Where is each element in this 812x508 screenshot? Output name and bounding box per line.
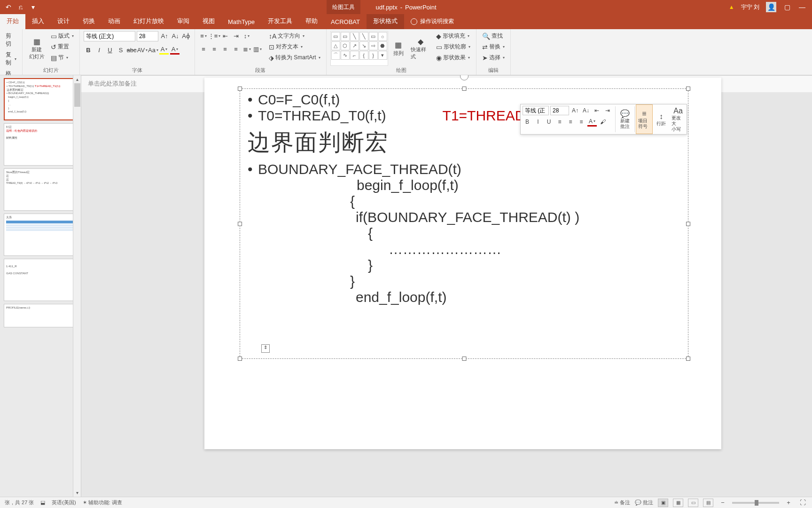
- language-status[interactable]: 英语(美国): [52, 499, 76, 506]
- reading-view-icon[interactable]: ▭: [688, 499, 698, 507]
- mini-underline-button[interactable]: U: [544, 117, 554, 127]
- layout-button[interactable]: ▭版式▾: [49, 31, 76, 41]
- font-size-select[interactable]: [137, 31, 158, 41]
- mini-bold-button[interactable]: B: [523, 117, 532, 127]
- mini-new-comment-button[interactable]: 💬新建 批注: [617, 104, 633, 134]
- shapes-gallery[interactable]: ▭▭╲╲▭○ △⬡↗↘⇨⬣ ⌒∿⌐{}▾: [330, 31, 388, 66]
- italic-button[interactable]: I: [94, 45, 104, 55]
- shape-fill-button[interactable]: ◆形状填充▾: [434, 31, 472, 41]
- tab-help[interactable]: 帮助: [299, 13, 324, 29]
- slide-thumb[interactable]: PROFILE(name,t,i): [4, 304, 77, 327]
- line-spacing-button[interactable]: ↕▾: [242, 31, 251, 40]
- align-center-button[interactable]: ≡: [210, 44, 219, 54]
- section-button[interactable]: ▤节▾: [49, 53, 76, 63]
- zoom-slider[interactable]: [732, 502, 779, 504]
- minimize-icon[interactable]: —: [798, 3, 806, 11]
- select-button[interactable]: ➤选择▾: [480, 53, 507, 63]
- slideshow-view-icon[interactable]: ▤: [703, 499, 713, 507]
- mini-change-case-button[interactable]: Aa更改大 小写: [670, 104, 687, 134]
- mini-align-right-button[interactable]: ≡: [577, 117, 586, 127]
- zoom-in-icon[interactable]: +: [784, 498, 793, 508]
- comments-toggle[interactable]: 💬 批注: [635, 499, 653, 506]
- change-case-button[interactable]: Aa▾: [148, 45, 158, 55]
- slide-thumb[interactable]: Slow面的Thread宏宏宏THREAD_T0(tf) → t0*n0 → t…: [4, 168, 77, 211]
- tab-developer[interactable]: 开发工具: [261, 13, 299, 29]
- columns-button[interactable]: ▥▾: [253, 44, 262, 54]
- decrease-font-icon[interactable]: A↓: [171, 31, 180, 40]
- mini-align-center-button[interactable]: ≡: [566, 117, 575, 127]
- notes-toggle[interactable]: ≐ 备注: [614, 499, 630, 506]
- highlight-button[interactable]: A▾: [159, 45, 169, 55]
- arrange-button[interactable]: ▦ 排列: [390, 31, 407, 66]
- slide-thumb[interactable]: 关系: [4, 214, 77, 256]
- copy-button[interactable]: 复制▾: [4, 50, 18, 68]
- align-right-button[interactable]: ≡: [220, 44, 230, 54]
- underline-button[interactable]: U: [105, 45, 115, 55]
- mini-decrease-indent-icon[interactable]: ⇤: [592, 106, 601, 115]
- content-placeholder[interactable]: ⇕ •C0=F_C0(f,t) •T0=THREAD_T0(f,t)T1=THR…: [240, 88, 688, 359]
- align-text-button[interactable]: ⊡对齐文本▾: [267, 42, 322, 52]
- quick-styles-button[interactable]: ◆ 快速样式: [409, 31, 432, 66]
- tab-slideshow[interactable]: 幻灯片放映: [127, 13, 171, 29]
- accessibility-status[interactable]: ✶ 辅助功能: 调查: [83, 499, 122, 506]
- resize-handle[interactable]: [686, 222, 690, 226]
- shape-outline-button[interactable]: ▭形状轮廓▾: [434, 42, 472, 52]
- mini-format-painter-icon[interactable]: 🖌: [598, 117, 608, 127]
- resize-handle[interactable]: [686, 87, 690, 91]
- undo-icon[interactable]: ↶: [5, 3, 12, 11]
- shape-effects-button[interactable]: ◉形状效果▾: [434, 53, 472, 63]
- mini-increase-indent-icon[interactable]: ⇥: [603, 106, 612, 115]
- cut-button[interactable]: 剪切: [4, 31, 18, 49]
- justify-button[interactable]: ≡: [231, 44, 241, 54]
- font-color-button[interactable]: A▾: [170, 45, 180, 55]
- resize-handle[interactable]: [238, 357, 242, 361]
- mini-bullets-button[interactable]: ≡项目符号: [636, 104, 653, 134]
- autofit-icon[interactable]: ⇕: [261, 344, 270, 353]
- tab-mathtype[interactable]: MathType: [221, 15, 261, 29]
- tab-insert[interactable]: 插入: [25, 13, 51, 29]
- tell-me-search[interactable]: 操作说明搜索: [404, 14, 461, 29]
- mini-font-color-button[interactable]: A▾: [587, 117, 597, 127]
- mini-decrease-font-icon[interactable]: A↓: [581, 106, 591, 115]
- numbering-button[interactable]: ⋮≡▾: [210, 31, 219, 40]
- tab-acrobat[interactable]: ACROBAT: [324, 15, 367, 29]
- resize-handle[interactable]: [462, 87, 466, 91]
- slide-thumb[interactable]: 1.411_R GAS CONSTANT: [4, 259, 77, 301]
- ribbon-display-icon[interactable]: ▢: [783, 3, 791, 11]
- decrease-indent-button[interactable]: ⇤: [220, 31, 230, 40]
- tab-design[interactable]: 设计: [51, 13, 76, 29]
- user-avatar-icon[interactable]: 👤: [766, 2, 776, 12]
- sorter-view-icon[interactable]: ▦: [673, 499, 683, 507]
- resize-handle[interactable]: [238, 222, 242, 226]
- zoom-out-icon[interactable]: −: [718, 498, 727, 508]
- clear-formatting-icon[interactable]: Aϕ: [181, 31, 191, 40]
- mini-spacing-button[interactable]: ↕行距: [653, 104, 670, 134]
- font-name-select[interactable]: [84, 31, 135, 41]
- mini-increase-font-icon[interactable]: A↑: [570, 106, 580, 115]
- rotate-handle-icon[interactable]: [460, 75, 468, 80]
- find-button[interactable]: 🔍查找: [480, 31, 507, 41]
- normal-view-icon[interactable]: ▣: [658, 499, 668, 507]
- scroll-thumb[interactable]: [74, 83, 80, 107]
- qat-customize-icon[interactable]: ▾: [29, 3, 37, 11]
- reset-button[interactable]: ↺重置: [49, 42, 76, 52]
- tab-transitions[interactable]: 切换: [76, 13, 102, 29]
- mini-align-left-button[interactable]: ≡: [555, 117, 564, 127]
- tab-shape-format[interactable]: 形状格式: [367, 13, 404, 29]
- slide-thumb[interactable]: 针宏说明：红色内容是错误的 材料属性: [4, 123, 77, 166]
- fit-to-window-icon[interactable]: ⛶: [798, 498, 807, 508]
- redo-icon[interactable]: ⎌: [17, 3, 24, 11]
- spellcheck-icon[interactable]: ⬓: [40, 500, 45, 506]
- thumbnail-scrollbar[interactable]: ▴ ▾: [73, 75, 81, 497]
- slide-count[interactable]: 张，共 27 张: [5, 499, 34, 506]
- distribute-button[interactable]: ≣▾: [242, 44, 251, 54]
- mini-italic-button[interactable]: I: [533, 117, 543, 127]
- bold-button[interactable]: B: [84, 45, 93, 55]
- tab-review[interactable]: 审阅: [171, 13, 196, 29]
- new-slide-button[interactable]: ▦ 新建 幻灯片: [26, 31, 47, 66]
- tab-animations[interactable]: 动画: [102, 13, 127, 29]
- resize-handle[interactable]: [238, 87, 242, 91]
- resize-handle[interactable]: [462, 357, 466, 361]
- shadow-button[interactable]: S: [116, 45, 125, 55]
- scroll-down-icon[interactable]: ▾: [73, 489, 81, 497]
